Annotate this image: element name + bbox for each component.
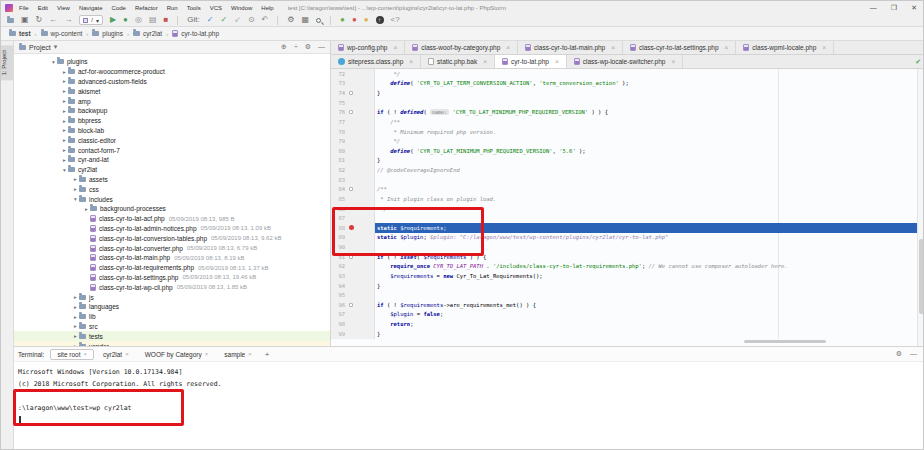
chevron-collapsed-icon[interactable]: ▸ bbox=[61, 118, 68, 124]
tree-item-class-cyr-to-lat-main.php[interactable]: class-cyr-to-lat-main.php05/09/2019 08:1… bbox=[14, 253, 330, 263]
tree-item-contact-form-7[interactable]: ▸contact-form-7 bbox=[14, 145, 330, 155]
tree-item-amp[interactable]: ▸amp bbox=[14, 96, 330, 106]
menu-code[interactable]: Code bbox=[112, 5, 126, 11]
phpstorm-update-icon[interactable]: ↑ bbox=[376, 16, 384, 24]
menu-refactor[interactable]: Refactor bbox=[135, 5, 158, 11]
chevron-collapsed-icon[interactable]: ▸ bbox=[61, 78, 68, 84]
chevron-collapsed-icon[interactable]: ▸ bbox=[72, 304, 79, 310]
fold-icon[interactable] bbox=[345, 254, 357, 260]
tree-item-class-cyr-to-lat-wp-cli.php[interactable]: class-cyr-to-lat-wp-cli.php05/09/2019 08… bbox=[14, 282, 330, 292]
tree-item-lib[interactable]: ▸lib bbox=[14, 312, 330, 322]
breadcrumb-item-wp-content[interactable]: wp-content bbox=[41, 30, 83, 37]
tree-item-src[interactable]: ▸src bbox=[14, 322, 330, 332]
code-editor[interactable]: 72 */73 define( 'CYR_TO_LAT_TERM_CONVERS… bbox=[331, 69, 924, 346]
chevron-expanded-icon[interactable]: ▾ bbox=[72, 196, 79, 202]
back-icon[interactable]: ← bbox=[49, 14, 57, 26]
breakpoint-icon[interactable] bbox=[345, 225, 357, 231]
breadcrumb-item-cyr2lat[interactable]: cyr2lat bbox=[133, 30, 162, 37]
menu-run[interactable]: Run bbox=[167, 5, 178, 11]
minimize-button[interactable]: — bbox=[870, 1, 877, 14]
menu-window[interactable]: Window bbox=[231, 5, 252, 11]
close-icon[interactable]: × bbox=[84, 351, 88, 357]
editor-tab-sitepress.class.php[interactable]: sitepress.class.php× bbox=[331, 55, 421, 68]
editor-tab-class-wp-locale-switcher.php[interactable]: class-wp-locale-switcher.php× bbox=[567, 55, 684, 68]
close-icon[interactable]: × bbox=[205, 351, 209, 357]
maximize-button[interactable]: ❐ bbox=[891, 1, 897, 14]
coverage-icon[interactable]: ◎ bbox=[135, 14, 142, 26]
tree-item-plugins[interactable]: ▾plugins bbox=[14, 57, 330, 67]
editor-tab-static.php.bak[interactable]: static.php.bak× bbox=[421, 55, 495, 68]
close-button[interactable]: ✕ bbox=[911, 1, 917, 14]
vcs-diff-icon[interactable]: ↙ bbox=[234, 14, 241, 26]
php-help-icon[interactable]: <? bbox=[391, 14, 400, 26]
tree-item-class-cyr-to-lat-conversion-tables.php[interactable]: class-cyr-to-lat-conversion-tables.php05… bbox=[14, 233, 330, 243]
tree-item-css[interactable]: ▸css bbox=[14, 184, 330, 194]
tree-item-cyr2lat[interactable]: ▾cyr2lat bbox=[14, 165, 330, 175]
tree-item-block-lab[interactable]: ▸block-lab bbox=[14, 126, 330, 136]
sync-icon[interactable]: ↻ bbox=[36, 14, 43, 26]
chevron-collapsed-icon[interactable]: ▸ bbox=[72, 186, 79, 192]
tree-item-akismet[interactable]: ▸akismet bbox=[14, 86, 330, 96]
editor-tab-class-cyr-to-lat-main.php[interactable]: class-cyr-to-lat-main.php× bbox=[518, 41, 623, 54]
terminal-tab-site root[interactable]: site root× bbox=[50, 349, 94, 360]
tree-item-backwpup[interactable]: ▸backwpup bbox=[14, 106, 330, 116]
tree-item-advanced-custom-fields[interactable]: ▸advanced-custom-fields bbox=[14, 77, 330, 87]
menu-view[interactable]: View bbox=[57, 5, 70, 11]
close-icon[interactable]: × bbox=[671, 58, 675, 65]
close-icon[interactable]: × bbox=[555, 58, 559, 65]
gear-icon[interactable]: ⚙ bbox=[896, 350, 902, 358]
tree-item-classic-editor[interactable]: ▸classic-editor bbox=[14, 135, 330, 145]
tree-item-includes[interactable]: ▾includes bbox=[14, 194, 330, 204]
tree-item-tests[interactable]: ▸tests bbox=[14, 331, 330, 341]
menu-edit[interactable]: Edit bbox=[38, 5, 48, 11]
chevron-expanded-icon[interactable]: ▾ bbox=[50, 59, 57, 65]
plugin-icon-yellow[interactable]: ● bbox=[364, 14, 369, 26]
chevron-collapsed-icon[interactable]: ▸ bbox=[72, 176, 79, 182]
tree-item-acf-for-woocommerce-product[interactable]: ▸acf-for-woocommerce-product bbox=[14, 67, 330, 77]
debug-icon[interactable]: ● bbox=[123, 14, 128, 26]
forward-icon[interactable]: → bbox=[64, 14, 72, 26]
close-icon[interactable]: × bbox=[248, 351, 252, 357]
vertical-scrollbar[interactable] bbox=[919, 239, 924, 314]
collapse-all-icon[interactable]: ÷ bbox=[294, 43, 298, 51]
gear-icon[interactable]: ⚙ bbox=[305, 43, 311, 51]
menu-tools[interactable]: Tools bbox=[187, 5, 201, 11]
breadcrumb-item-plugins[interactable]: plugins bbox=[92, 30, 123, 37]
hide-panel-icon[interactable]: — bbox=[318, 43, 325, 51]
chevron-collapsed-icon[interactable]: ▸ bbox=[61, 69, 68, 75]
close-icon[interactable]: × bbox=[822, 44, 826, 51]
tree-item-assets[interactable]: ▸assets bbox=[14, 175, 330, 185]
terminal-tab-cyr2lat[interactable]: cyr2lat× bbox=[96, 349, 136, 360]
run-icon[interactable]: ▶ bbox=[110, 14, 116, 26]
fold-icon[interactable] bbox=[345, 186, 357, 192]
tree-item-cyr-and-lat[interactable]: ▸cyr-and-lat bbox=[14, 155, 330, 165]
chevron-collapsed-icon[interactable]: ▸ bbox=[61, 147, 68, 153]
editor-tab-cyr-to-lat.php[interactable]: cyr-to-lat.php× bbox=[495, 55, 567, 68]
open-icon[interactable] bbox=[7, 18, 14, 23]
terminal-tab-WOOF by Category[interactable]: WOOF by Category× bbox=[138, 349, 216, 360]
editor-tab-wp-config.php[interactable]: wp-config.php× bbox=[331, 41, 405, 54]
close-icon[interactable]: × bbox=[125, 351, 129, 357]
menu-vcs[interactable]: VCS bbox=[210, 5, 222, 11]
close-icon[interactable]: × bbox=[506, 44, 510, 51]
tree-item-background-processes[interactable]: ▸background-processes bbox=[14, 204, 330, 214]
menu-help[interactable]: Help bbox=[261, 5, 273, 11]
chevron-collapsed-icon[interactable]: ▸ bbox=[61, 98, 68, 104]
wrench-icon[interactable]: ⚙ bbox=[287, 14, 294, 26]
chevron-down-icon[interactable]: ▾ bbox=[54, 43, 58, 51]
structure-icon[interactable]: ▦ bbox=[301, 14, 309, 26]
close-icon[interactable]: × bbox=[725, 44, 729, 51]
menu-file[interactable]: File bbox=[19, 5, 29, 11]
save-icon[interactable]: ▣ bbox=[21, 14, 29, 26]
chevron-collapsed-icon[interactable]: ▸ bbox=[61, 137, 68, 143]
tree-item-class-cyr-to-lat-admin-notices.php[interactable]: class-cyr-to-lat-admin-notices.php05/09/… bbox=[14, 224, 330, 234]
close-icon[interactable]: × bbox=[393, 44, 397, 51]
run-configuration-select[interactable]: /▾ bbox=[79, 15, 103, 25]
editor-tab-class-woof-by-category.php[interactable]: class-woof-by-category.php× bbox=[405, 41, 518, 54]
horizontal-scrollbar[interactable] bbox=[744, 340, 826, 343]
chevron-collapsed-icon[interactable]: ▸ bbox=[61, 157, 68, 163]
chevron-collapsed-icon[interactable]: ▸ bbox=[83, 206, 90, 212]
chevron-collapsed-icon[interactable]: ▸ bbox=[61, 108, 68, 114]
new-terminal-tab-button[interactable]: + bbox=[265, 350, 270, 359]
tree-item-js[interactable]: ▸js bbox=[14, 292, 330, 302]
